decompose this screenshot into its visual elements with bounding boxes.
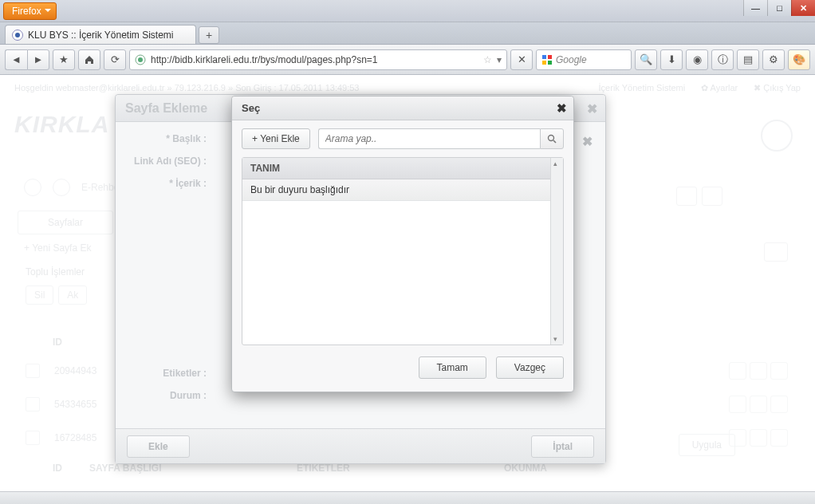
addon-info-icon[interactable]: ⓘ xyxy=(711,49,734,70)
welcome-text: Hoşgeldin webmaster@kirklareli.edu.tr » … xyxy=(14,83,359,93)
stop-button[interactable]: ✕ xyxy=(510,49,533,70)
favicon-icon xyxy=(12,30,23,41)
subpanel-close-icon: ✖ xyxy=(582,134,593,149)
add-page-button: + Yeni Sayfa Ek xyxy=(24,242,91,254)
tab-title: KLU BYS :: İçerik Yönetim Sistemi xyxy=(28,30,174,41)
label-etiketler: Etiketler : xyxy=(128,368,215,379)
label-baslik: * Başlık : xyxy=(128,133,215,144)
window-maximize-button[interactable]: □ xyxy=(767,0,791,16)
tab-sayfalar: Sayfalar xyxy=(18,211,113,234)
svg-rect-3 xyxy=(542,55,546,59)
ekle-button: Ekle xyxy=(127,435,190,458)
svg-point-7 xyxy=(549,136,554,141)
bulb-icon xyxy=(53,179,70,196)
label-seo: Link Adı (SEO) : xyxy=(128,156,215,167)
label-icerik: * İçerik : xyxy=(128,178,215,189)
yeni-ekle-button[interactable]: + Yeni Ekle xyxy=(242,128,310,149)
settings-link: ✿ Ayarlar xyxy=(701,83,738,93)
url-bar[interactable]: http://bidb.kirklareli.edu.tr/bys/modul/… xyxy=(129,49,507,70)
addon-layers-icon[interactable]: ▤ xyxy=(737,49,759,70)
window-minimize-button[interactable]: — xyxy=(743,0,767,16)
browser-search-box[interactable]: Google xyxy=(536,49,632,70)
apply-button: Uygula xyxy=(679,434,735,456)
back-dialog-close-icon: ✖ xyxy=(587,101,597,116)
activate-button: Ak xyxy=(58,285,87,305)
search-icon xyxy=(547,134,557,144)
dialog-sec: Seç ✖ + Yeni Ekle TANIM Bu bir duyuru ba… xyxy=(231,96,574,392)
firefox-menu-button[interactable]: Firefox xyxy=(3,2,57,20)
status-bar xyxy=(0,491,815,504)
home-icon xyxy=(24,179,41,196)
svg-line-8 xyxy=(553,140,556,143)
search-go-button[interactable]: 🔍 xyxy=(635,49,657,70)
front-dialog-close-icon[interactable]: ✖ xyxy=(557,101,567,116)
url-text: http://bidb.kirklareli.edu.tr/bys/modul/… xyxy=(151,54,478,65)
browser-tab[interactable]: KLU BYS :: İçerik Yönetim Sistemi xyxy=(5,25,196,44)
tamam-button[interactable]: Tamam xyxy=(419,356,486,379)
search-placeholder: Google xyxy=(556,54,587,65)
addon-gear-icon[interactable]: ⚙ xyxy=(762,49,785,70)
bookmark-button[interactable]: ★ xyxy=(53,49,75,70)
search-input[interactable] xyxy=(318,128,540,149)
front-dialog-title: Seç xyxy=(242,102,260,114)
home-button[interactable] xyxy=(78,49,100,70)
editor-toolbar-icons xyxy=(676,187,722,206)
site-identity-icon xyxy=(135,54,146,65)
system-name: İçerik Yönetim Sistemi xyxy=(599,83,686,93)
back-dialog-title: Sayfa Ekleme xyxy=(125,101,207,116)
forward-button[interactable]: ► xyxy=(27,49,49,70)
url-dropdown-icon[interactable]: ▾ xyxy=(497,54,502,65)
delete-button: Sil xyxy=(26,285,53,305)
column-header-tanim[interactable]: TANIM xyxy=(242,158,550,179)
list-item[interactable]: Bu bir duyuru başlığıdır xyxy=(242,179,550,201)
bulk-ops-label: Toplu İşlemler xyxy=(26,266,85,278)
label-durum: Durum : xyxy=(128,390,215,401)
svg-rect-6 xyxy=(548,61,552,65)
window-close-button[interactable]: ✕ xyxy=(791,0,815,16)
results-list: TANIM Bu bir duyuru başlığıdır xyxy=(242,157,564,345)
bookmark-star-icon[interactable]: ☆ xyxy=(483,54,492,65)
google-icon xyxy=(541,54,553,65)
back-button[interactable]: ◄ xyxy=(5,49,27,70)
svg-rect-4 xyxy=(548,55,552,59)
addon-shield-icon[interactable]: ◉ xyxy=(686,49,708,70)
iptal-button: İptal xyxy=(531,435,594,458)
svg-point-2 xyxy=(138,57,143,62)
scrollbar[interactable] xyxy=(550,158,563,345)
logout-link: ✖ Çıkış Yap xyxy=(754,83,801,93)
globe-icon xyxy=(761,120,793,152)
addon-download-icon[interactable]: ⬇ xyxy=(660,49,683,70)
vazgec-button[interactable]: Vazgeç xyxy=(496,356,564,379)
new-tab-button[interactable]: + xyxy=(199,26,219,44)
svg-rect-5 xyxy=(542,61,546,65)
bg-search-icon xyxy=(764,242,788,262)
search-submit-button[interactable] xyxy=(540,128,564,149)
reload-button[interactable]: ⟳ xyxy=(104,49,126,70)
addon-color-icon[interactable]: 🎨 xyxy=(788,49,810,70)
svg-point-0 xyxy=(15,33,20,37)
